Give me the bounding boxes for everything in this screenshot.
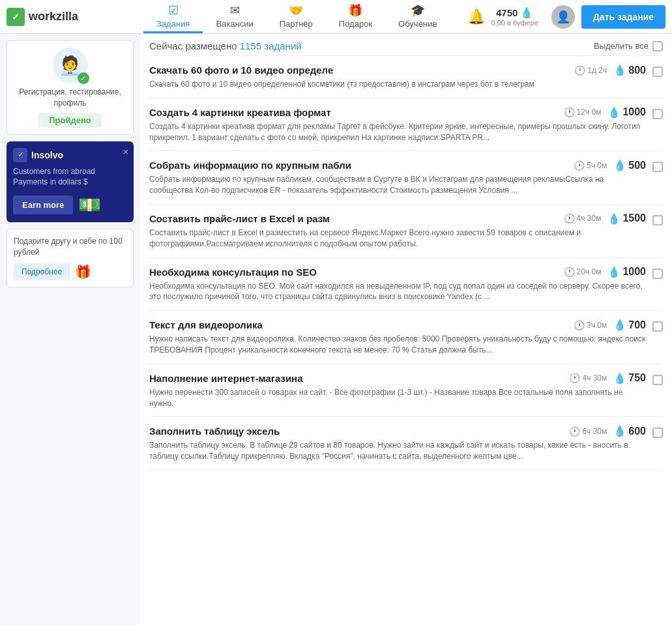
task-checkbox[interactable] — [652, 375, 663, 385]
task-title[interactable]: Собрать информацию по крупным пабли — [149, 160, 351, 171]
task-desc: Собрать информацию по крупным пабликам, … — [149, 174, 646, 196]
task-title[interactable]: Необходима консультация по SEO — [149, 267, 317, 278]
gift-nav-icon: 🎁 — [348, 3, 362, 18]
gift-icon: 🎁 — [75, 264, 91, 280]
coins-amount: 4750 💧 — [496, 7, 533, 19]
tasks-header: Сейчас размещено 1155 заданий Выделить в… — [149, 34, 663, 56]
task-title[interactable]: Наполнение интернет-магазина — [149, 373, 303, 384]
task-time: 🕐 12ч 0м — [564, 107, 602, 117]
task-checkbox[interactable] — [652, 162, 663, 172]
task-time-value: 12ч 0м — [577, 108, 602, 117]
coin-task-icon: 💧 — [607, 212, 621, 225]
task-top-row: Собрать информацию по крупным пабли 🕐 5ч… — [149, 159, 646, 171]
task-card: Создать 4 картинки креатива формат 🕐 12ч… — [149, 98, 663, 152]
task-meta: 🕐 4ч 30м 💧 750 — [569, 372, 646, 385]
task-card: Составить прайс-лист в Excel и разм 🕐 4ч… — [149, 205, 663, 258]
logo-text: workzilla — [29, 10, 78, 23]
task-checkbox[interactable] — [652, 215, 663, 225]
task-info: Собрать информацию по крупным пабли 🕐 5ч… — [149, 159, 646, 196]
tasks-count-link[interactable]: 1155 заданий — [240, 40, 302, 51]
task-top-row: Текст для видеоролика 🕐 3ч 0м 💧 700 — [149, 319, 646, 331]
task-price-value: 1000 — [622, 266, 646, 278]
task-price: 💧 600 — [613, 425, 646, 437]
task-info: Необходима консультация по SEO 🕐 20ч 0м … — [149, 266, 646, 303]
clock-icon: 🕐 — [564, 213, 575, 224]
task-card: Текст для видеоролика 🕐 3ч 0м 💧 700 Нужн… — [149, 311, 663, 364]
task-meta: 🕐 12ч 0м 💧 1000 — [564, 106, 646, 119]
insolvo-desc: Customers from abroad Payments in dollar… — [13, 166, 127, 188]
give-task-button[interactable]: Дать задание — [581, 5, 665, 29]
coin-task-icon: 💧 — [613, 319, 626, 331]
task-checkbox[interactable] — [652, 269, 663, 279]
task-title[interactable]: Скачать 60 фото и 10 видео определе — [149, 65, 333, 76]
task-desc: Составить прайс-лист в Excel и разместит… — [149, 227, 646, 250]
task-title[interactable]: Текст для видеоролика — [149, 319, 263, 330]
task-info: Скачать 60 фото и 10 видео определе 🕐 1д… — [149, 64, 646, 90]
insolvo-close-button[interactable]: × — [123, 147, 128, 157]
task-card: Собрать информацию по крупным пабли 🕐 5ч… — [149, 151, 663, 205]
task-title[interactable]: Составить прайс-лист в Excel и разм — [149, 213, 330, 224]
task-desc: Нужно перенести 300 записей о товарах на… — [149, 387, 646, 409]
task-price-value: 750 — [628, 372, 646, 384]
select-all-checkbox[interactable] — [652, 41, 663, 51]
referral-btn-row: Подробнее 🎁 — [14, 263, 126, 280]
task-time: 🕐 6ч 30м — [569, 426, 607, 437]
tab-learning[interactable]: 🎓 Обучение — [385, 0, 450, 33]
vacancies-icon: ✉ — [230, 3, 240, 18]
sidebar: 🧑‍💼 ✓ Регистрация, тестирование, профиль… — [0, 34, 140, 625]
tab-gift[interactable]: 🎁 Подарок — [326, 0, 385, 33]
task-meta: 🕐 4ч 30м 💧 1500 — [564, 212, 646, 225]
task-meta: 🕐 3ч 0м 💧 700 — [574, 319, 646, 331]
referral-card: Подарите другу и себе по 100 рублей Подр… — [7, 229, 134, 287]
task-checkbox[interactable] — [652, 321, 663, 332]
select-all-area: Выделить все — [594, 41, 663, 51]
tab-partner[interactable]: 🤝 Партнёр — [267, 0, 326, 33]
referral-details-button[interactable]: Подробнее — [14, 263, 70, 280]
task-price: 💧 1000 — [607, 266, 646, 278]
insolvo-header: ✓ Insolvo — [13, 148, 127, 162]
task-title[interactable]: Создать 4 картинки креатива формат — [149, 107, 331, 118]
coin-task-icon: 💧 — [607, 266, 621, 278]
insolvo-title: Insolvo — [31, 150, 63, 160]
task-top-row: Составить прайс-лист в Excel и разм 🕐 4ч… — [149, 212, 646, 225]
task-time-value: 4ч 30м — [582, 373, 607, 383]
task-checkbox[interactable] — [652, 66, 663, 77]
learning-icon: 🎓 — [411, 3, 425, 18]
reg-text: Регистрация, тестирование, профиль — [14, 87, 126, 109]
clock-icon: 🕐 — [574, 65, 585, 76]
tasks-icon: ☑ — [168, 3, 179, 18]
task-info: Составить прайс-лист в Excel и разм 🕐 4ч… — [149, 212, 646, 250]
coin-task-icon: 💧 — [613, 159, 626, 171]
task-checkbox[interactable] — [652, 109, 663, 119]
tab-tasks[interactable]: ☑ Задания — [143, 0, 203, 33]
task-desc: Скачать 60 фото и 10 видео определенной … — [149, 79, 646, 90]
task-price: 💧 1500 — [607, 212, 646, 225]
main-content: Сейчас размещено 1155 заданий Выделить в… — [140, 34, 672, 625]
task-title[interactable]: Заполнить таблицу эксель — [149, 426, 280, 437]
task-card: Скачать 60 фото и 10 видео определе 🕐 1д… — [149, 56, 663, 98]
task-time-value: 5ч 0м — [587, 161, 607, 170]
task-info: Наполнение интернет-магазина 🕐 4ч 30м 💧 … — [149, 372, 646, 409]
tab-vacancies[interactable]: ✉ Вакансии — [203, 0, 266, 33]
task-price-value: 500 — [628, 160, 646, 171]
task-info: Заполнить таблицу эксель 🕐 6ч 30м 💧 600 … — [149, 425, 646, 462]
task-top-row: Создать 4 картинки креатива формат 🕐 12ч… — [149, 106, 646, 119]
bell-icon[interactable]: 🔔 — [467, 8, 485, 25]
task-price-value: 1500 — [622, 212, 646, 224]
task-meta: 🕐 1д 2ч 💧 800 — [574, 64, 646, 76]
logo-area: ✓ workzilla — [7, 8, 143, 26]
reg-status: Пройдено — [38, 113, 102, 128]
logo-icon: ✓ — [7, 8, 25, 26]
task-price: 💧 800 — [613, 64, 646, 76]
avatar[interactable]: 👤 — [551, 5, 575, 29]
earn-more-button[interactable]: Earn more — [13, 196, 73, 214]
task-time-value: 3ч 0м — [587, 321, 607, 330]
task-checkbox[interactable] — [652, 428, 663, 438]
task-time: 🕐 4ч 30м — [564, 213, 602, 224]
task-desc: Создать 4 картинки креатива формат для р… — [149, 121, 646, 143]
task-price-value: 700 — [628, 319, 646, 331]
money-icon: 💵 — [78, 194, 101, 216]
partner-icon: 🤝 — [289, 3, 303, 18]
task-price-value: 1000 — [622, 106, 646, 118]
task-card: Необходима консультация по SEO 🕐 20ч 0м … — [149, 258, 663, 312]
